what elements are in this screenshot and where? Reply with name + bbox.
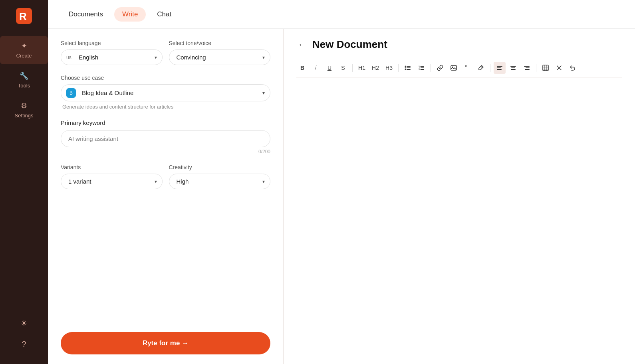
use-case-dropdown-wrapper: B Blog Idea & Outline Product Descriptio… bbox=[61, 84, 270, 101]
tab-documents[interactable]: Documents bbox=[61, 7, 111, 22]
tone-group: Select tone/voice Convincing Professiona… bbox=[169, 40, 271, 65]
toolbar-italic[interactable]: i bbox=[310, 62, 322, 74]
variants-label: Variants bbox=[61, 164, 163, 170]
toolbar-separator-1 bbox=[352, 64, 353, 72]
language-tone-row: Select language us English UK English Fr… bbox=[61, 40, 270, 65]
doc-header: ← New Document bbox=[296, 38, 622, 51]
svg-text:": " bbox=[465, 65, 467, 71]
creativity-group: Creativity Low Medium High Very High ▾ bbox=[169, 164, 271, 189]
help-button[interactable]: ? bbox=[17, 337, 31, 351]
svg-rect-11 bbox=[421, 67, 424, 68]
editor-toolbar: B i U S H1 H2 H3 1.2.3. bbox=[296, 59, 622, 77]
language-label: Select language bbox=[61, 40, 163, 46]
settings-icon: ⚙ bbox=[21, 101, 27, 110]
tab-write[interactable]: Write bbox=[114, 7, 146, 22]
toolbar-separator-3 bbox=[431, 64, 431, 72]
toolbar-highlight[interactable] bbox=[475, 62, 487, 74]
svg-text:3.: 3. bbox=[419, 68, 421, 70]
use-case-select[interactable]: Blog Idea & Outline Product Description … bbox=[61, 84, 270, 101]
svg-rect-23 bbox=[511, 69, 516, 70]
svg-rect-20 bbox=[497, 69, 502, 70]
sidebar-item-tools-label: Tools bbox=[18, 83, 30, 89]
tone-dropdown-wrapper: Convincing Professional Casual Formal ▾ bbox=[169, 49, 271, 65]
tab-chat[interactable]: Chat bbox=[149, 7, 179, 22]
tools-icon: 🔧 bbox=[20, 71, 28, 80]
creativity-select[interactable]: Low Medium High Very High bbox=[169, 174, 271, 189]
svg-rect-18 bbox=[497, 66, 502, 67]
tone-select[interactable]: Convincing Professional Casual Formal bbox=[169, 49, 271, 65]
language-select[interactable]: English UK English French Spanish bbox=[61, 49, 163, 65]
svg-text:R: R bbox=[19, 10, 27, 22]
toolbar-ordered-list[interactable]: 1.2.3. bbox=[415, 62, 427, 74]
toolbar-table[interactable] bbox=[540, 62, 552, 74]
keyword-label: Primary keyword bbox=[61, 119, 270, 126]
app-logo[interactable]: R bbox=[14, 6, 34, 26]
theme-toggle[interactable]: ☀ bbox=[17, 316, 31, 330]
svg-rect-21 bbox=[510, 66, 516, 67]
variants-group: Variants 1 variant 2 variants 3 variants… bbox=[61, 164, 163, 189]
toolbar-link[interactable] bbox=[434, 62, 446, 74]
variants-creativity-row: Variants 1 variant 2 variants 3 variants… bbox=[61, 164, 270, 189]
creativity-dropdown-wrapper: Low Medium High Very High ▾ bbox=[169, 174, 271, 189]
svg-rect-5 bbox=[407, 67, 411, 68]
toolbar-clear-format[interactable] bbox=[553, 62, 565, 74]
toolbar-align-left[interactable] bbox=[494, 62, 506, 74]
svg-rect-26 bbox=[525, 69, 530, 70]
toolbar-separator-4 bbox=[490, 64, 490, 72]
svg-point-4 bbox=[405, 67, 406, 69]
language-dropdown-wrapper: us English UK English French Spanish ▾ bbox=[61, 49, 163, 65]
create-icon: ✦ bbox=[21, 42, 27, 50]
svg-rect-7 bbox=[407, 69, 411, 70]
svg-point-6 bbox=[405, 69, 406, 70]
char-count: 0/200 bbox=[61, 149, 270, 154]
svg-point-2 bbox=[405, 66, 406, 67]
sidebar-bottom: ☀ ? bbox=[17, 316, 31, 358]
svg-rect-19 bbox=[497, 67, 501, 68]
left-panel: Select language us English UK English Fr… bbox=[48, 29, 284, 364]
language-group: Select language us English UK English Fr… bbox=[61, 40, 163, 65]
main-content: Documents Write Chat Select language us … bbox=[48, 0, 635, 364]
doc-title: New Document bbox=[312, 38, 387, 51]
keyword-input-wrapper bbox=[61, 130, 270, 147]
toolbar-separator-2 bbox=[398, 64, 399, 72]
use-case-hint: Generate ideas and content structure for… bbox=[61, 104, 270, 110]
ryte-button[interactable]: Ryte for me → bbox=[61, 332, 270, 354]
toolbar-h2[interactable]: H2 bbox=[369, 62, 381, 74]
toolbar-quote[interactable]: " bbox=[461, 62, 473, 74]
svg-rect-9 bbox=[421, 66, 424, 67]
keyword-section: Primary keyword 0/200 bbox=[61, 119, 270, 154]
toolbar-undo[interactable] bbox=[567, 62, 579, 74]
back-arrow[interactable]: ← bbox=[296, 38, 308, 51]
tone-label: Select tone/voice bbox=[169, 40, 271, 46]
toolbar-strikethrough[interactable]: S bbox=[337, 62, 349, 74]
sidebar-item-create[interactable]: ✦ Create bbox=[0, 36, 48, 64]
toolbar-bold[interactable]: B bbox=[296, 62, 308, 74]
svg-rect-22 bbox=[511, 67, 515, 68]
svg-rect-3 bbox=[407, 66, 411, 67]
toolbar-bullet-list[interactable] bbox=[402, 62, 414, 74]
svg-rect-25 bbox=[526, 67, 530, 68]
editor-area[interactable] bbox=[296, 85, 622, 354]
svg-rect-27 bbox=[543, 65, 548, 71]
toolbar-h1[interactable]: H1 bbox=[356, 62, 368, 74]
creativity-label: Creativity bbox=[169, 164, 271, 170]
sidebar-item-settings-label: Settings bbox=[15, 113, 34, 119]
toolbar-underline[interactable]: U bbox=[323, 62, 335, 74]
sidebar-item-tools[interactable]: 🔧 Tools bbox=[0, 66, 48, 94]
content-area: Select language us English UK English Fr… bbox=[48, 29, 635, 364]
svg-line-17 bbox=[481, 66, 482, 68]
variants-select[interactable]: 1 variant 2 variants 3 variants bbox=[61, 174, 163, 189]
sidebar-item-settings[interactable]: ⚙ Settings bbox=[0, 96, 48, 124]
top-nav: Documents Write Chat bbox=[48, 0, 635, 29]
use-case-section: Choose use case B Blog Idea & Outline Pr… bbox=[61, 75, 270, 110]
variants-dropdown-wrapper: 1 variant 2 variants 3 variants ▾ bbox=[61, 174, 163, 189]
toolbar-align-right[interactable] bbox=[521, 62, 533, 74]
toolbar-image[interactable] bbox=[448, 62, 460, 74]
toolbar-align-center[interactable] bbox=[507, 62, 519, 74]
right-panel: ← New Document B i U S H1 H2 H3 1.2.3. bbox=[284, 29, 635, 364]
toolbar-separator-5 bbox=[536, 64, 536, 72]
keyword-input[interactable] bbox=[61, 130, 270, 147]
toolbar-h3[interactable]: H3 bbox=[383, 62, 395, 74]
sidebar: R ✦ Create 🔧 Tools ⚙ Settings ☀ ? bbox=[0, 0, 48, 364]
svg-rect-13 bbox=[421, 69, 424, 70]
